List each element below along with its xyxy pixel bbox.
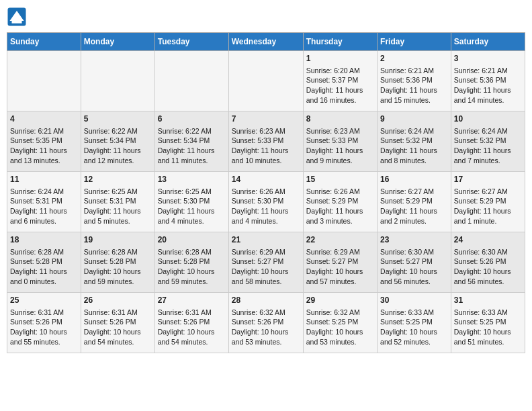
- day-cell: 11Sunrise: 6:24 AM Sunset: 5:31 PM Dayli…: [7, 172, 81, 232]
- day-cell: [228, 51, 303, 111]
- day-number: 13: [158, 174, 226, 185]
- day-number: 22: [306, 234, 374, 246]
- day-cell: 26Sunrise: 6:31 AM Sunset: 5:26 PM Dayli…: [81, 293, 154, 353]
- day-number: 15: [306, 174, 374, 185]
- day-cell: 16Sunrise: 6:27 AM Sunset: 5:29 PM Dayli…: [378, 172, 451, 232]
- day-cell: 5Sunrise: 6:22 AM Sunset: 5:34 PM Daylig…: [81, 111, 154, 172]
- day-info: Sunrise: 6:29 AM Sunset: 5:27 PM Dayligh…: [232, 248, 289, 285]
- day-cell: 21Sunrise: 6:29 AM Sunset: 5:27 PM Dayli…: [228, 232, 303, 293]
- day-info: Sunrise: 6:27 AM Sunset: 5:29 PM Dayligh…: [380, 187, 437, 225]
- day-cell: 18Sunrise: 6:28 AM Sunset: 5:28 PM Dayli…: [7, 232, 81, 293]
- day-info: Sunrise: 6:22 AM Sunset: 5:34 PM Dayligh…: [158, 127, 215, 165]
- day-number: 23: [380, 234, 448, 246]
- day-info: Sunrise: 6:26 AM Sunset: 5:29 PM Dayligh…: [306, 187, 363, 225]
- day-info: Sunrise: 6:20 AM Sunset: 5:37 PM Dayligh…: [306, 66, 363, 104]
- day-cell: 28Sunrise: 6:32 AM Sunset: 5:26 PM Dayli…: [228, 293, 303, 353]
- day-number: 12: [84, 174, 152, 185]
- header-saturday: Saturday: [451, 33, 525, 51]
- day-number: 7: [232, 113, 300, 125]
- day-cell: 1Sunrise: 6:20 AM Sunset: 5:37 PM Daylig…: [303, 51, 377, 111]
- logo: [7, 7, 30, 27]
- day-cell: 15Sunrise: 6:26 AM Sunset: 5:29 PM Dayli…: [303, 172, 377, 232]
- day-info: Sunrise: 6:33 AM Sunset: 5:25 PM Dayligh…: [454, 308, 511, 346]
- day-number: 4: [10, 113, 78, 125]
- week-row-1: 1Sunrise: 6:20 AM Sunset: 5:37 PM Daylig…: [7, 51, 525, 111]
- day-cell: 20Sunrise: 6:28 AM Sunset: 5:28 PM Dayli…: [154, 232, 228, 293]
- header-friday: Friday: [378, 33, 451, 51]
- day-info: Sunrise: 6:31 AM Sunset: 5:26 PM Dayligh…: [10, 308, 67, 346]
- day-cell: 25Sunrise: 6:31 AM Sunset: 5:26 PM Dayli…: [7, 293, 81, 353]
- day-number: 1: [306, 53, 374, 64]
- header: [7, 7, 525, 27]
- day-cell: 8Sunrise: 6:23 AM Sunset: 5:33 PM Daylig…: [303, 111, 377, 172]
- week-row-3: 11Sunrise: 6:24 AM Sunset: 5:31 PM Dayli…: [7, 172, 525, 232]
- day-cell: 23Sunrise: 6:30 AM Sunset: 5:27 PM Dayli…: [378, 232, 451, 293]
- day-cell: [81, 51, 154, 111]
- day-cell: 29Sunrise: 6:32 AM Sunset: 5:25 PM Dayli…: [303, 293, 377, 353]
- header-tuesday: Tuesday: [154, 33, 228, 51]
- logo-icon: [7, 7, 27, 27]
- day-number: 20: [158, 234, 226, 246]
- day-info: Sunrise: 6:26 AM Sunset: 5:30 PM Dayligh…: [232, 187, 289, 225]
- day-number: 28: [232, 295, 300, 306]
- day-info: Sunrise: 6:23 AM Sunset: 5:33 PM Dayligh…: [306, 127, 363, 165]
- day-info: Sunrise: 6:32 AM Sunset: 5:25 PM Dayligh…: [306, 308, 363, 346]
- day-number: 9: [380, 113, 448, 125]
- day-cell: 9Sunrise: 6:24 AM Sunset: 5:32 PM Daylig…: [378, 111, 451, 172]
- day-info: Sunrise: 6:24 AM Sunset: 5:32 PM Dayligh…: [380, 127, 437, 165]
- day-info: Sunrise: 6:25 AM Sunset: 5:31 PM Dayligh…: [84, 187, 141, 225]
- day-number: 5: [84, 113, 152, 125]
- header-sunday: Sunday: [7, 33, 81, 51]
- day-cell: 14Sunrise: 6:26 AM Sunset: 5:30 PM Dayli…: [228, 172, 303, 232]
- day-number: 17: [454, 174, 522, 185]
- day-cell: [154, 51, 228, 111]
- day-number: 16: [380, 174, 448, 185]
- day-number: 2: [380, 53, 448, 64]
- week-row-2: 4Sunrise: 6:21 AM Sunset: 5:35 PM Daylig…: [7, 111, 525, 172]
- calendar-table: SundayMondayTuesdayWednesdayThursdayFrid…: [7, 32, 525, 353]
- day-number: 24: [454, 234, 522, 246]
- day-cell: 31Sunrise: 6:33 AM Sunset: 5:25 PM Dayli…: [451, 293, 525, 353]
- day-number: 21: [232, 234, 300, 246]
- day-cell: [7, 51, 81, 111]
- header-wednesday: Wednesday: [228, 33, 303, 51]
- day-number: 11: [10, 174, 78, 185]
- day-number: 6: [158, 113, 226, 125]
- day-number: 10: [454, 113, 522, 125]
- day-number: 26: [84, 295, 152, 306]
- day-info: Sunrise: 6:28 AM Sunset: 5:28 PM Dayligh…: [84, 248, 141, 285]
- day-info: Sunrise: 6:24 AM Sunset: 5:31 PM Dayligh…: [10, 187, 67, 225]
- day-info: Sunrise: 6:23 AM Sunset: 5:33 PM Dayligh…: [232, 127, 289, 165]
- day-number: 18: [10, 234, 78, 246]
- day-number: 25: [10, 295, 78, 306]
- day-number: 19: [84, 234, 152, 246]
- day-number: 3: [454, 53, 522, 64]
- day-info: Sunrise: 6:22 AM Sunset: 5:34 PM Dayligh…: [84, 127, 141, 165]
- day-info: Sunrise: 6:21 AM Sunset: 5:36 PM Dayligh…: [380, 66, 437, 104]
- week-row-4: 18Sunrise: 6:28 AM Sunset: 5:28 PM Dayli…: [7, 232, 525, 293]
- day-info: Sunrise: 6:31 AM Sunset: 5:26 PM Dayligh…: [84, 308, 141, 346]
- day-info: Sunrise: 6:31 AM Sunset: 5:26 PM Dayligh…: [158, 308, 215, 346]
- day-number: 27: [158, 295, 226, 306]
- day-info: Sunrise: 6:21 AM Sunset: 5:36 PM Dayligh…: [454, 66, 511, 104]
- day-cell: 12Sunrise: 6:25 AM Sunset: 5:31 PM Dayli…: [81, 172, 154, 232]
- day-info: Sunrise: 6:30 AM Sunset: 5:27 PM Dayligh…: [380, 248, 437, 285]
- day-cell: 7Sunrise: 6:23 AM Sunset: 5:33 PM Daylig…: [228, 111, 303, 172]
- day-info: Sunrise: 6:32 AM Sunset: 5:26 PM Dayligh…: [232, 308, 289, 346]
- day-info: Sunrise: 6:30 AM Sunset: 5:26 PM Dayligh…: [454, 248, 511, 285]
- day-number: 29: [306, 295, 374, 306]
- day-info: Sunrise: 6:27 AM Sunset: 5:29 PM Dayligh…: [454, 187, 511, 225]
- day-cell: 24Sunrise: 6:30 AM Sunset: 5:26 PM Dayli…: [451, 232, 525, 293]
- day-cell: 10Sunrise: 6:24 AM Sunset: 5:32 PM Dayli…: [451, 111, 525, 172]
- day-cell: 3Sunrise: 6:21 AM Sunset: 5:36 PM Daylig…: [451, 51, 525, 111]
- day-number: 30: [380, 295, 448, 306]
- day-number: 14: [232, 174, 300, 185]
- day-info: Sunrise: 6:28 AM Sunset: 5:28 PM Dayligh…: [10, 248, 67, 285]
- week-row-5: 25Sunrise: 6:31 AM Sunset: 5:26 PM Dayli…: [7, 293, 525, 353]
- day-number: 8: [306, 113, 374, 125]
- day-cell: 13Sunrise: 6:25 AM Sunset: 5:30 PM Dayli…: [154, 172, 228, 232]
- svg-rect-2: [12, 21, 22, 24]
- day-number: 31: [454, 295, 522, 306]
- day-info: Sunrise: 6:25 AM Sunset: 5:30 PM Dayligh…: [158, 187, 215, 225]
- day-cell: 6Sunrise: 6:22 AM Sunset: 5:34 PM Daylig…: [154, 111, 228, 172]
